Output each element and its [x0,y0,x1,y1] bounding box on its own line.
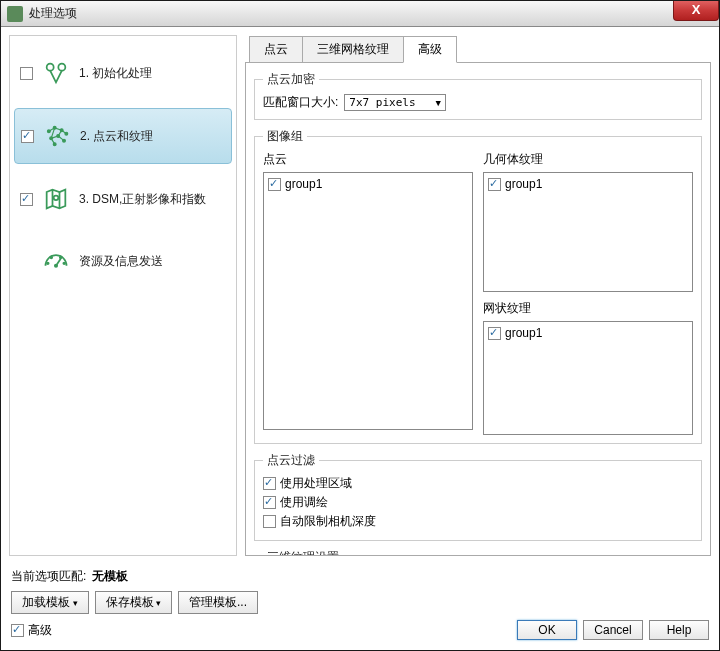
match-window-select[interactable]: 7x7 pixels ▼ [344,94,446,111]
save-template-button[interactable]: 保存模板 [95,591,173,614]
step-initial-label: 1. 初始化处理 [79,65,152,82]
group1-geo-label: group1 [505,177,542,191]
filter-opt3-checkbox[interactable] [263,515,276,528]
manage-template-button[interactable]: 管理模板... [178,591,258,614]
filter-legend: 点云过滤 [263,452,319,469]
advanced-checkbox[interactable] [11,624,24,637]
right-panel: 点云 三维网格纹理 高级 点云加密 匹配窗口大小: 7x7 pixels ▼ [245,35,711,556]
geometry-col-label: 几何体纹理 [483,151,693,168]
app-icon [7,6,23,22]
chevron-down-icon: ▼ [436,98,441,108]
steps-panel: 1. 初始化处理 2. 点云和纹理 3. DSM,正射影像和指数 [9,35,237,556]
svg-point-12 [55,265,57,267]
list-item[interactable]: group1 [268,177,468,191]
mesh-col-label: 网状纹理 [483,300,693,317]
close-button[interactable]: X [673,1,719,21]
filter-opt2-label: 使用调绘 [280,494,328,511]
filter-opt1-label: 使用处理区域 [280,475,352,492]
step-pointcloud-checkbox[interactable] [21,130,34,143]
filter-opt1-checkbox[interactable] [263,477,276,490]
pointcloud-col-label: 点云 [263,151,473,168]
step-initial-checkbox[interactable] [20,67,33,80]
svg-point-13 [47,263,49,265]
tab-mesh[interactable]: 三维网格纹理 [302,36,404,63]
svg-point-1 [58,64,65,71]
texture-legend: 三维纹理设置 [263,549,343,556]
geometry-listbox[interactable]: group1 [483,172,693,292]
window-title: 处理选项 [29,5,77,22]
current-template-label: 当前选项匹配: [11,568,86,585]
titlebar[interactable]: 处理选项 X [1,1,719,27]
svg-point-10 [54,196,59,201]
match-window-value: 7x7 pixels [349,96,415,109]
list-item[interactable]: group1 [488,326,688,340]
filter-opt2-row[interactable]: 使用调绘 [263,494,693,511]
imagegroups-legend: 图像组 [263,128,307,145]
svg-point-16 [63,263,65,265]
footer: 当前选项匹配: 无模板 加载模板 保存模板 管理模板... 高级 OK Canc… [1,564,719,650]
tabstrip: 点云 三维网格纹理 高级 [245,35,711,62]
filter-group: 点云过滤 使用处理区域 使用调绘 自动限制相机深度 [254,452,702,541]
tab-advanced[interactable]: 高级 [403,36,457,63]
step-resources-label: 资源及信息发送 [79,253,163,270]
gauge-icon [41,246,71,276]
current-template-value: 无模板 [92,568,128,585]
svg-point-14 [51,257,53,259]
group1-mesh-label: group1 [505,326,542,340]
step-dsm[interactable]: 3. DSM,正射影像和指数 [14,172,232,226]
filter-opt3-row[interactable]: 自动限制相机深度 [263,513,693,530]
filter-opt3-label: 自动限制相机深度 [280,513,376,530]
filter-opt2-checkbox[interactable] [263,496,276,509]
advanced-label: 高级 [28,622,52,639]
filter-opt1-row[interactable]: 使用处理区域 [263,475,693,492]
pointcloud-listbox[interactable]: group1 [263,172,473,430]
step-pointcloud-label: 2. 点云和纹理 [80,128,153,145]
mesh-listbox[interactable]: group1 [483,321,693,435]
dialog-window: 处理选项 X 1. 初始化处理 2. 点云和纹理 [0,0,720,651]
step-dsm-checkbox[interactable] [20,193,33,206]
help-button[interactable]: Help [649,620,709,640]
step-resources[interactable]: 资源及信息发送 [14,234,232,288]
list-item[interactable]: group1 [488,177,688,191]
densify-legend: 点云加密 [263,71,319,88]
content-area: 1. 初始化处理 2. 点云和纹理 3. DSM,正射影像和指数 [1,27,719,564]
group1-pc-label: group1 [285,177,322,191]
svg-point-15 [60,257,62,259]
pointcloud-icon [42,121,72,151]
group1-geo-checkbox[interactable] [488,178,501,191]
match-window-label: 匹配窗口大小: [263,94,338,111]
tab-pointcloud[interactable]: 点云 [249,36,303,63]
step-dsm-label: 3. DSM,正射影像和指数 [79,191,206,208]
imagegroups-group: 图像组 点云 group1 [254,128,702,444]
camera-icon [41,58,71,88]
densify-group: 点云加密 匹配窗口大小: 7x7 pixels ▼ [254,71,702,120]
step-initial[interactable]: 1. 初始化处理 [14,46,232,100]
step-pointcloud[interactable]: 2. 点云和纹理 [14,108,232,164]
cancel-button[interactable]: Cancel [583,620,643,640]
load-template-button[interactable]: 加载模板 [11,591,89,614]
group1-mesh-checkbox[interactable] [488,327,501,340]
ok-button[interactable]: OK [517,620,577,640]
svg-point-0 [47,64,54,71]
tab-content: 点云加密 匹配窗口大小: 7x7 pixels ▼ 图像组 点云 [245,62,711,556]
group1-pc-checkbox[interactable] [268,178,281,191]
texture-group: 三维纹理设置 采样密度分配: ▲▼ [254,549,702,556]
map-icon [41,184,71,214]
